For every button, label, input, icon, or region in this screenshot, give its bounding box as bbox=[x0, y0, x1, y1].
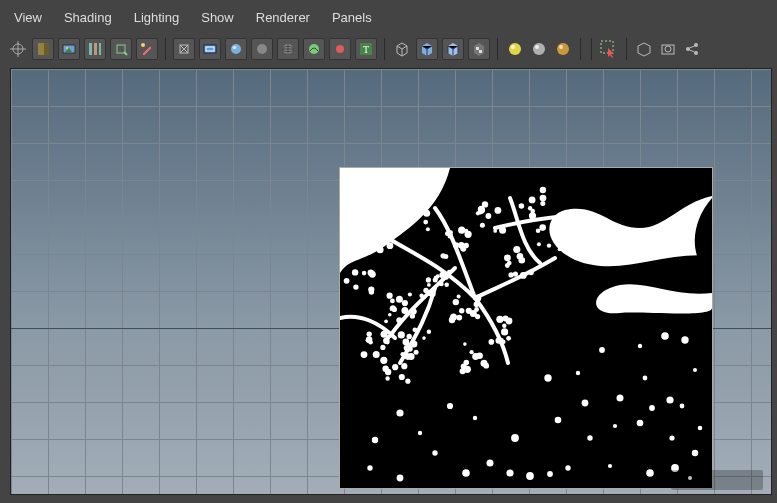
svg-point-255 bbox=[576, 371, 580, 375]
film-gate-icon[interactable] bbox=[84, 38, 106, 60]
svg-point-28 bbox=[533, 43, 545, 55]
svg-point-81 bbox=[429, 291, 435, 297]
svg-point-105 bbox=[385, 340, 390, 345]
svg-point-72 bbox=[464, 243, 469, 248]
uv-icon[interactable] bbox=[634, 39, 654, 59]
textured-plane[interactable] bbox=[339, 167, 713, 489]
cube-wire2-icon[interactable] bbox=[442, 38, 464, 60]
svg-point-68 bbox=[453, 242, 459, 248]
svg-rect-8 bbox=[94, 43, 97, 55]
svg-point-213 bbox=[573, 215, 577, 219]
wireframe-shade-icon[interactable] bbox=[251, 38, 273, 60]
svg-point-115 bbox=[407, 334, 412, 339]
menu-lighting[interactable]: Lighting bbox=[134, 10, 180, 25]
select-camera-icon[interactable] bbox=[8, 39, 28, 59]
menu-shading[interactable]: Shading bbox=[64, 10, 112, 25]
svg-point-216 bbox=[568, 221, 574, 227]
svg-point-181 bbox=[392, 364, 398, 370]
snapshot-icon[interactable] bbox=[658, 39, 678, 59]
svg-point-251 bbox=[418, 431, 422, 435]
svg-point-83 bbox=[436, 274, 440, 278]
light-gold-icon[interactable] bbox=[553, 39, 573, 59]
viewport-toolbar: T bbox=[0, 34, 777, 64]
svg-point-222 bbox=[432, 450, 437, 455]
image-plane-icon[interactable] bbox=[58, 38, 80, 60]
resolution-gate-icon[interactable] bbox=[199, 38, 221, 60]
svg-point-48 bbox=[372, 228, 379, 235]
svg-point-27 bbox=[511, 45, 515, 49]
viewport-readout bbox=[671, 470, 763, 490]
share-icon[interactable] bbox=[682, 39, 702, 59]
svg-point-235 bbox=[680, 404, 685, 409]
svg-point-121 bbox=[427, 330, 431, 334]
svg-point-50 bbox=[377, 246, 384, 253]
svg-point-249 bbox=[462, 469, 470, 477]
svg-point-165 bbox=[528, 270, 533, 275]
perspective-viewport[interactable] bbox=[10, 68, 772, 495]
bookmark-icon[interactable] bbox=[32, 38, 54, 60]
menu-panels[interactable]: Panels bbox=[332, 10, 372, 25]
smooth-shade-icon[interactable] bbox=[225, 38, 247, 60]
svg-point-180 bbox=[385, 376, 389, 380]
svg-point-201 bbox=[480, 223, 485, 228]
svg-point-153 bbox=[470, 350, 474, 354]
svg-point-223 bbox=[473, 416, 477, 420]
svg-point-250 bbox=[506, 469, 513, 476]
svg-point-195 bbox=[493, 229, 497, 233]
svg-point-21 bbox=[336, 45, 344, 53]
svg-point-134 bbox=[449, 317, 455, 323]
menu-renderer[interactable]: Renderer bbox=[256, 10, 310, 25]
cube-solid-icon[interactable] bbox=[416, 38, 438, 60]
wire-on-shaded-icon[interactable] bbox=[277, 38, 299, 60]
svg-point-31 bbox=[559, 45, 563, 49]
svg-point-116 bbox=[422, 336, 426, 340]
pan-zoom-icon[interactable] bbox=[110, 38, 132, 60]
svg-point-244 bbox=[666, 396, 673, 403]
svg-point-166 bbox=[519, 257, 526, 264]
type-tool-icon[interactable]: T bbox=[355, 38, 377, 60]
cube-wire-icon[interactable] bbox=[392, 39, 412, 59]
cube-checker-icon[interactable] bbox=[468, 38, 490, 60]
svg-point-16 bbox=[233, 46, 237, 49]
viewport-menubar: View Shading Lighting Show Renderer Pane… bbox=[0, 0, 777, 34]
svg-point-197 bbox=[499, 227, 506, 234]
svg-point-252 bbox=[669, 435, 674, 440]
svg-point-144 bbox=[506, 336, 511, 341]
textured-icon[interactable] bbox=[303, 38, 325, 60]
light-green-icon[interactable] bbox=[505, 39, 525, 59]
svg-point-30 bbox=[557, 43, 569, 55]
light-gray-icon[interactable] bbox=[529, 39, 549, 59]
isolate-select-icon[interactable] bbox=[173, 38, 195, 60]
svg-point-60 bbox=[404, 207, 408, 211]
menu-view[interactable]: View bbox=[14, 10, 42, 25]
svg-point-157 bbox=[508, 272, 513, 277]
svg-point-247 bbox=[617, 395, 624, 402]
svg-point-98 bbox=[390, 299, 395, 304]
svg-rect-10 bbox=[117, 45, 125, 53]
lights-icon[interactable] bbox=[329, 38, 351, 60]
svg-point-228 bbox=[582, 400, 589, 407]
svg-point-174 bbox=[536, 229, 541, 234]
menu-show[interactable]: Show bbox=[201, 10, 234, 25]
svg-point-95 bbox=[401, 307, 408, 314]
svg-point-173 bbox=[552, 229, 557, 234]
svg-point-162 bbox=[513, 272, 518, 277]
separator-icon bbox=[165, 38, 166, 60]
marquee-select-icon[interactable] bbox=[599, 39, 619, 59]
separator-icon bbox=[497, 38, 498, 60]
grease-pencil-icon[interactable] bbox=[136, 38, 158, 60]
svg-point-192 bbox=[344, 278, 350, 284]
svg-point-164 bbox=[505, 263, 510, 268]
svg-point-26 bbox=[509, 43, 521, 55]
svg-point-218 bbox=[396, 409, 403, 416]
svg-point-189 bbox=[352, 269, 358, 275]
svg-point-15 bbox=[231, 44, 241, 54]
svg-rect-3 bbox=[38, 43, 44, 55]
svg-point-209 bbox=[540, 195, 547, 202]
svg-point-168 bbox=[560, 241, 566, 247]
svg-point-100 bbox=[392, 307, 397, 312]
svg-point-89 bbox=[388, 313, 392, 317]
svg-point-49 bbox=[385, 224, 392, 231]
svg-point-91 bbox=[408, 292, 412, 296]
svg-point-183 bbox=[401, 363, 407, 369]
